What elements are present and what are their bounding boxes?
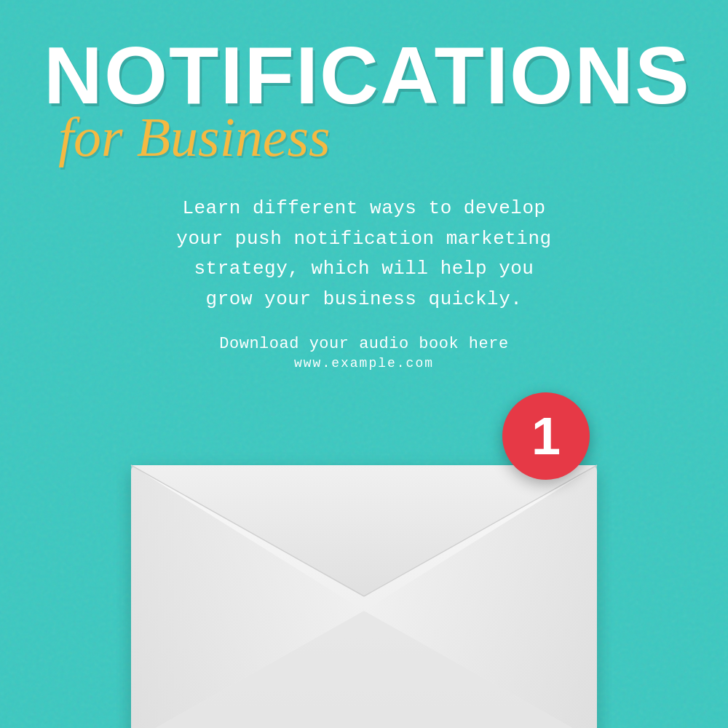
cta-section: Download your audio book here www.exampl… — [219, 335, 508, 371]
notification-badge: 1 — [502, 392, 590, 480]
title-section: NOTIFICATIONS for Business — [0, 35, 728, 165]
envelope-section: 1 — [109, 392, 619, 728]
cta-url: www.example.com — [219, 356, 508, 371]
description-text: Learn different ways to develop your pus… — [167, 194, 561, 314]
badge-count: 1 — [531, 410, 561, 462]
content-wrapper: NOTIFICATIONS for Business Learn differe… — [0, 0, 728, 728]
title-notifications: NOTIFICATIONS — [44, 35, 728, 116]
cta-download-label: Download your audio book here — [219, 335, 508, 353]
description-section: Learn different ways to develop your pus… — [138, 194, 590, 314]
main-container: NOTIFICATIONS for Business Learn differe… — [0, 0, 728, 728]
